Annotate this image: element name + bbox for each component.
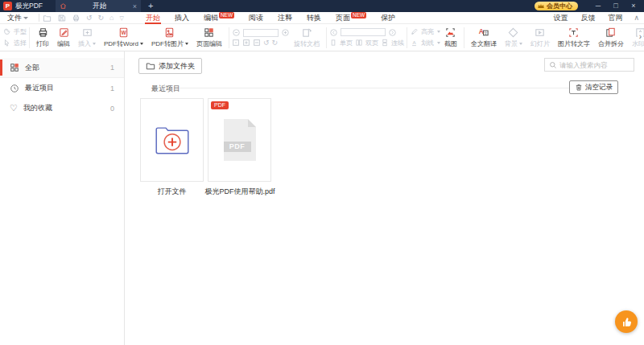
tab-insert[interactable]: 插入 [167, 12, 196, 24]
minimize-button[interactable]: ─ [589, 0, 607, 12]
redo-icon[interactable]: ↻ [98, 14, 105, 22]
close-button[interactable]: × [625, 0, 642, 12]
app-name: 极光PDF [15, 2, 43, 11]
tab-page[interactable]: 页面NEW [328, 12, 374, 24]
tab-annotate-label: 注释 [278, 13, 292, 23]
app-logo: P [3, 2, 12, 10]
translate-letter-wen: 文 [484, 31, 488, 35]
search-box[interactable] [544, 58, 634, 72]
app-logo-letter: P [6, 2, 10, 10]
tab-close-icon[interactable]: × [133, 2, 137, 10]
home-icon [60, 2, 67, 10]
edit-pen-icon [58, 27, 70, 39]
page-navigation-group: 单页 双页 连续 [329, 25, 404, 51]
pdf-to-word-button[interactable]: W PDF转Word [100, 25, 147, 51]
zoom-group: ↺ ↻ [232, 25, 290, 51]
divider [464, 27, 464, 48]
divider [407, 27, 407, 48]
sidebar-item-all[interactable]: 全部 1 [0, 58, 124, 78]
translate-button[interactable]: A文 全文翻译 [467, 25, 501, 51]
undo-icon[interactable]: ↺ [86, 14, 93, 22]
continuous-label: 连续 [391, 39, 404, 47]
highlight-label: 高亮 [421, 27, 434, 36]
divider [326, 27, 327, 48]
single-page-button: 单页 [329, 39, 353, 47]
annotation-group: 高亮 A 划线 [410, 25, 440, 51]
tab-edit[interactable]: 编辑NEW [196, 12, 242, 24]
underline-icon: A [410, 39, 419, 47]
new-badge: NEW [351, 12, 366, 18]
member-center-button[interactable]: 会员中心 [535, 2, 578, 10]
open-folder-icon[interactable] [43, 14, 52, 23]
tab-insert-label: 插入 [175, 13, 189, 23]
next-page-icon [388, 28, 397, 37]
website-button[interactable]: 官网 [601, 13, 629, 23]
divider [39, 14, 39, 22]
edit-button[interactable]: 编辑 [53, 25, 74, 51]
new-tab-button[interactable]: + [148, 2, 153, 10]
sidebar-item-favorites[interactable]: ♡ 我的收藏 0 [0, 98, 124, 118]
pdf-to-word-icon: W [118, 27, 130, 39]
sidebar-item-favorites-label: 我的收藏 [23, 103, 52, 113]
collapse-ribbon-icon[interactable]: ∧ [629, 14, 644, 22]
pdf-to-image-label: PDF转图片 [151, 39, 184, 48]
tab-home[interactable]: 开始 [138, 12, 167, 24]
print-button[interactable]: 打印 [32, 25, 53, 51]
window-controls: ─ □ × [589, 0, 642, 12]
section-divider [180, 88, 573, 88]
tab-page-label: 页面 [336, 13, 350, 23]
tab-read[interactable]: 阅读 [242, 12, 270, 24]
tab-protect[interactable]: 保护 [374, 12, 402, 24]
recent-pdf-card[interactable]: PDF PDF [208, 98, 271, 182]
image-to-text-label: 图片转文字 [558, 39, 590, 48]
save-icon[interactable] [57, 14, 66, 23]
background-button: 背景 [501, 25, 526, 51]
thumbs-up-icon [621, 316, 633, 328]
select-tool-label: 选择 [14, 39, 27, 47]
pdf-thumbnail: PDF [224, 119, 256, 161]
feedback-fab-button[interactable] [615, 310, 638, 333]
word-letter: W [121, 30, 126, 35]
add-folder-label: 添加文件夹 [159, 61, 195, 72]
underline-button: A 划线 [410, 39, 440, 47]
underline-label: 划线 [421, 39, 434, 47]
folder-plus-icon [146, 61, 155, 71]
pdf-to-image-button[interactable]: PDF转图片 [147, 25, 192, 51]
double-page-icon [355, 39, 363, 47]
file-menu[interactable]: 文件 [0, 13, 35, 23]
print-icon[interactable] [72, 14, 80, 23]
insert-icon [81, 27, 93, 39]
page-fold-corner [248, 119, 256, 127]
quick-more-icon[interactable]: ▽ [120, 14, 124, 22]
print-label: 打印 [36, 39, 49, 48]
merge-split-button[interactable]: 合并拆分 [594, 25, 628, 51]
search-input[interactable] [559, 61, 630, 69]
home-quick-icon[interactable]: ⌂ [109, 14, 114, 22]
feedback-button[interactable]: 反馈 [574, 13, 601, 23]
toolbar-scroll-right-icon[interactable]: › [638, 32, 643, 41]
rotate-document-icon [300, 27, 312, 39]
open-file-card[interactable] [140, 98, 204, 182]
page-edit-icon [203, 27, 215, 39]
double-page-label: 双页 [365, 39, 378, 47]
image-to-text-button[interactable]: 图片转文字 [554, 25, 594, 51]
document-tab[interactable]: 开始 × [56, 0, 141, 12]
slideshow-label: 幻灯片 [530, 39, 550, 48]
sidebar-item-recent[interactable]: 最近项目 1 [0, 78, 124, 98]
slideshow-icon [534, 27, 546, 39]
zoom-out-icon [232, 28, 241, 37]
chevron-down-icon [93, 43, 96, 45]
maximize-button[interactable]: □ [607, 0, 625, 12]
chevron-down-icon [23, 17, 28, 19]
page-edit-button[interactable]: 页面编辑 [192, 25, 226, 51]
tab-annotate[interactable]: 注释 [270, 12, 299, 24]
clock-icon [10, 84, 19, 93]
continuous-icon [381, 39, 389, 47]
zoom-in-icon [281, 28, 290, 37]
screenshot-button[interactable]: 截图 [440, 25, 461, 51]
settings-button[interactable]: 设置 [547, 13, 574, 23]
member-center-label: 会员中心 [547, 2, 572, 10]
add-folder-button[interactable]: 添加文件夹 [138, 58, 202, 74]
tab-convert[interactable]: 转换 [299, 12, 328, 24]
clear-records-button[interactable]: 清空记录 [569, 80, 618, 94]
